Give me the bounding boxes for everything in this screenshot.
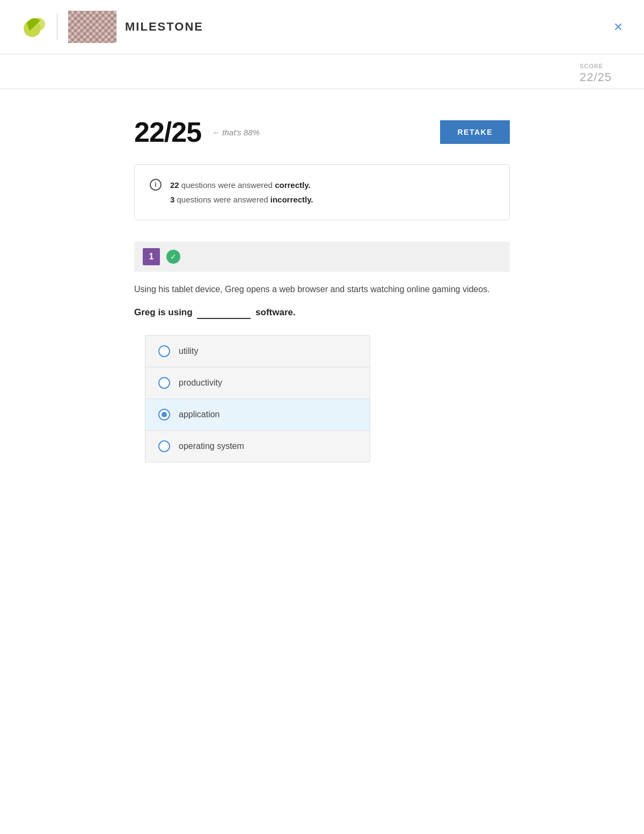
score-display-header: SCORE 22/25 bbox=[580, 61, 612, 84]
question-body: Using his tablet device, Greg opens a we… bbox=[134, 282, 510, 296]
correct-emphasis: correctly. bbox=[275, 180, 310, 190]
radio-application[interactable] bbox=[158, 409, 170, 420]
option-application[interactable]: ✓ application bbox=[145, 399, 370, 431]
question-1: 1 ✓ Using his tablet device, Greg opens … bbox=[134, 242, 510, 462]
options-container: utility productivity ✓ application bbox=[145, 335, 370, 462]
option-productivity[interactable]: productivity bbox=[145, 367, 370, 399]
prompt-after: software. bbox=[255, 307, 296, 317]
summary-box: i 22 questions were answered correctly. … bbox=[134, 164, 510, 220]
question-number: 1 bbox=[143, 248, 160, 265]
option-utility[interactable]: utility bbox=[145, 336, 370, 367]
radio-utility[interactable] bbox=[158, 345, 170, 357]
retake-button[interactable]: RETAKE bbox=[440, 120, 510, 144]
radio-inner-application bbox=[162, 412, 167, 417]
option-label-operating-system: operating system bbox=[179, 441, 244, 451]
prompt-blank bbox=[197, 307, 251, 319]
incorrect-text: questions were answered bbox=[177, 195, 270, 204]
incorrect-count: 3 bbox=[170, 195, 174, 204]
score-section: 22/25 ← that's 88% RETAKE bbox=[134, 116, 510, 148]
correct-summary: 22 questions were answered correctly. bbox=[170, 178, 313, 192]
option-label-utility: utility bbox=[179, 346, 198, 356]
correct-count: 22 bbox=[170, 180, 179, 190]
score-value-header: 22/25 bbox=[580, 70, 612, 84]
summary-text: 22 questions were answered correctly. 3 … bbox=[170, 178, 313, 207]
score-bar: SCORE 22/25 bbox=[0, 54, 644, 89]
option-label-application: application bbox=[179, 410, 220, 419]
app-logo bbox=[21, 12, 57, 41]
main-content: 22/25 ← that's 88% RETAKE i 22 questions… bbox=[113, 89, 531, 489]
radio-operating-system[interactable] bbox=[158, 440, 170, 452]
info-icon: i bbox=[150, 179, 162, 191]
score-label: SCORE bbox=[580, 63, 603, 69]
incorrect-emphasis: incorrectly. bbox=[270, 195, 313, 204]
question-prompt: Greg is using software. bbox=[134, 307, 510, 319]
score-percentage: ← that's 88% bbox=[212, 128, 260, 137]
incorrect-summary: 3 questions were answered incorrectly. bbox=[170, 192, 313, 207]
question-header: 1 ✓ bbox=[134, 242, 510, 272]
page-header: MILESTONE × bbox=[0, 0, 644, 54]
correct-text: questions were answered bbox=[181, 180, 275, 190]
prompt-before: Greg is using bbox=[134, 307, 193, 317]
close-button[interactable]: × bbox=[614, 19, 623, 34]
correct-check-icon: ✓ bbox=[166, 250, 180, 264]
milestone-label: MILESTONE bbox=[125, 20, 203, 34]
option-operating-system[interactable]: operating system bbox=[145, 431, 370, 462]
option-label-productivity: productivity bbox=[179, 378, 222, 388]
score-big: 22/25 bbox=[134, 116, 201, 148]
milestone-thumbnail bbox=[68, 11, 116, 43]
header-divider bbox=[57, 13, 57, 40]
radio-productivity[interactable] bbox=[158, 377, 170, 389]
